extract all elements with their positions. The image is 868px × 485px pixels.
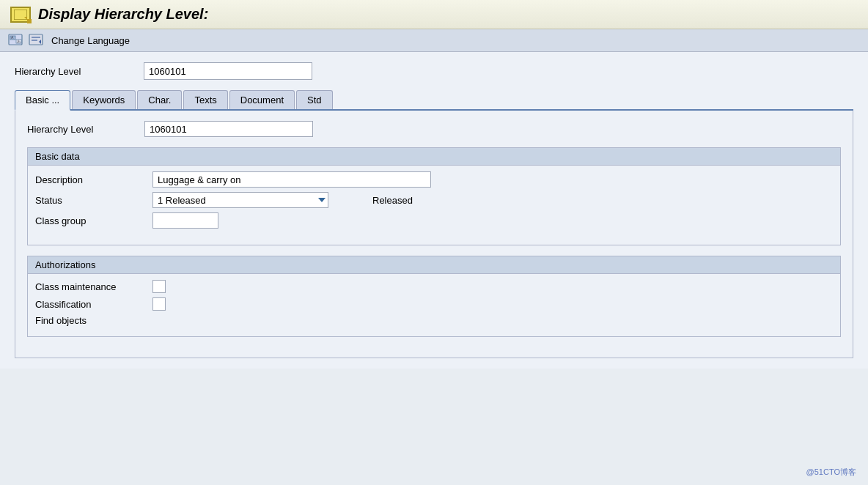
classification-label: Classification <box>35 299 152 310</box>
tab-std[interactable]: Std <box>296 90 333 109</box>
basic-data-section-header: Basic data <box>28 148 840 166</box>
toolbar: A あ Change Language <box>0 29 868 52</box>
change-language-label: Change Language <box>51 35 130 46</box>
status-select[interactable]: 1 Released 0 In Preparation 2 Locked <box>152 192 328 208</box>
authorizations-section-content: Class maintenance Classification Find ob… <box>28 274 840 336</box>
tab-keywords[interactable]: Keywords <box>72 90 136 109</box>
description-label: Description <box>35 174 152 185</box>
classification-checkbox[interactable] <box>152 297 166 311</box>
inner-hierarchy-level-label: Hierarchy Level <box>27 124 144 135</box>
svg-rect-0 <box>14 10 27 20</box>
status-label: Status <box>35 195 152 206</box>
title-bar: Display Hierarchy Level: <box>0 0 868 29</box>
basic-data-section-content: Description Status 1 Released 0 In Prepa… <box>28 166 840 245</box>
class-group-row: Class group <box>35 212 833 229</box>
class-group-label: Class group <box>35 215 152 226</box>
change-language-icon-1[interactable]: A あ <box>7 33 23 48</box>
find-objects-row: Find objects <box>35 315 833 326</box>
top-hierarchy-field-row: Hierarchy Level <box>15 62 853 80</box>
watermark: @51CTO博客 <box>806 467 856 478</box>
svg-text:あ: あ <box>17 39 21 43</box>
page-title: Display Hierarchy Level: <box>38 6 208 23</box>
tab-basic[interactable]: Basic ... <box>15 90 70 111</box>
inner-hierarchy-level-input[interactable] <box>144 121 313 137</box>
description-input[interactable] <box>152 171 431 188</box>
inner-hierarchy-field-row: Hierarchy Level <box>27 121 841 137</box>
top-hierarchy-level-input[interactable] <box>144 62 312 80</box>
class-group-input[interactable] <box>152 212 218 229</box>
tabs-container: Basic ... Keywords Char. Texts Document … <box>15 90 853 111</box>
tab-document[interactable]: Document <box>229 90 295 109</box>
authorizations-section-header: Authorizations <box>28 256 840 274</box>
status-row: Status 1 Released 0 In Preparation 2 Loc… <box>35 192 833 208</box>
top-hierarchy-level-label: Hierarchy Level <box>15 66 132 77</box>
class-maintenance-label: Class maintenance <box>35 281 152 292</box>
status-select-wrapper: 1 Released 0 In Preparation 2 Locked <box>152 192 328 208</box>
change-language-icon-2[interactable] <box>28 33 44 48</box>
app-icon <box>10 7 31 23</box>
tab-texts[interactable]: Texts <box>183 90 227 109</box>
class-maintenance-row: Class maintenance <box>35 280 833 293</box>
basic-data-section: Basic data Description Status 1 Released… <box>27 147 841 245</box>
tab-panel-basic: Hierarchy Level Basic data Description S… <box>15 111 853 358</box>
description-row: Description <box>35 171 833 188</box>
main-content: Hierarchy Level Basic ... Keywords Char.… <box>0 52 868 369</box>
tab-char[interactable]: Char. <box>137 90 182 109</box>
authorizations-section: Authorizations Class maintenance Classif… <box>27 256 841 337</box>
classification-row: Classification <box>35 297 833 311</box>
class-maintenance-checkbox[interactable] <box>152 280 166 293</box>
find-objects-label: Find objects <box>35 315 152 326</box>
status-released-text: Released <box>372 195 413 206</box>
